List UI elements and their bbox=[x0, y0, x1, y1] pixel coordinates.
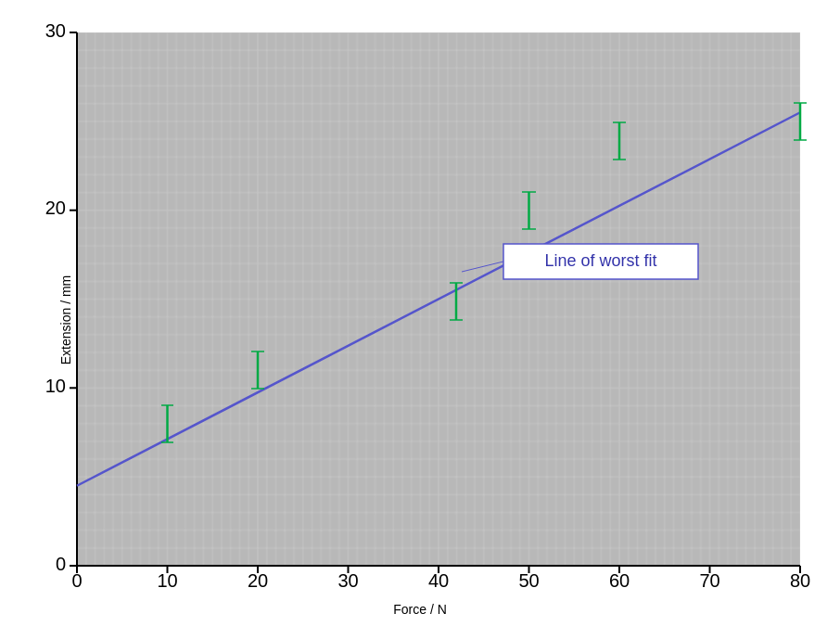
chart-area: 0 10 20 30 40 50 60 70 80 bbox=[77, 32, 800, 566]
chart-svg: 0 10 20 30 40 50 60 70 80 bbox=[77, 32, 800, 566]
chart-container: Extension / mm Force / N bbox=[21, 19, 819, 621]
x-axis-label: Force / N bbox=[393, 602, 447, 617]
svg-text:20: 20 bbox=[45, 198, 66, 218]
svg-text:30: 30 bbox=[45, 20, 66, 41]
svg-text:50: 50 bbox=[518, 570, 539, 591]
svg-text:10: 10 bbox=[157, 570, 177, 591]
svg-text:30: 30 bbox=[337, 570, 358, 591]
line-of-worst-fit-label: Line of worst fit bbox=[544, 251, 656, 270]
svg-text:20: 20 bbox=[248, 570, 268, 591]
svg-text:60: 60 bbox=[609, 570, 630, 591]
y-axis-label: Extension / mm bbox=[58, 275, 73, 364]
svg-text:70: 70 bbox=[699, 570, 719, 591]
svg-text:80: 80 bbox=[790, 570, 810, 591]
svg-text:40: 40 bbox=[428, 570, 449, 591]
svg-text:0: 0 bbox=[56, 554, 66, 574]
svg-text:10: 10 bbox=[45, 376, 66, 396]
svg-text:0: 0 bbox=[71, 570, 82, 591]
